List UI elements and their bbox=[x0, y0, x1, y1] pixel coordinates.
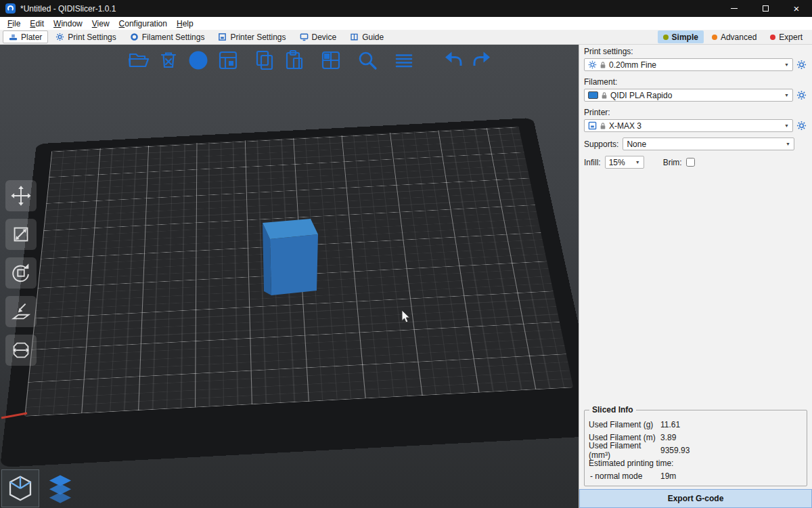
tab-guide[interactable]: Guide bbox=[344, 30, 390, 43]
tab-device[interactable]: Device bbox=[294, 30, 343, 43]
chevron-down-icon: ▼ bbox=[784, 123, 789, 128]
supports-value: None bbox=[627, 140, 646, 149]
menu-edit[interactable]: Edit bbox=[25, 18, 49, 29]
tab-bar: Plater Print Settings Filament Settings … bbox=[0, 30, 812, 45]
tab-plater[interactable]: Plater bbox=[3, 30, 48, 43]
printer-combo[interactable]: X-MAX 3 ▼ bbox=[584, 119, 793, 132]
sliced-info-box: Sliced Info Used Filament (g) 11.61 Used… bbox=[584, 410, 807, 486]
infill-combo[interactable]: 15% ▼ bbox=[605, 156, 644, 169]
plater-icon bbox=[9, 33, 18, 41]
title-bar: *Untitled - QIDISlicer-1.0.1 × bbox=[0, 0, 812, 17]
tab-label: Device bbox=[312, 33, 337, 42]
editor-view-button[interactable] bbox=[1, 469, 39, 507]
arrange-button[interactable] bbox=[215, 47, 241, 73]
scale-icon bbox=[9, 223, 32, 246]
app-logo-icon bbox=[5, 3, 16, 14]
si-label: Used Filament (g) bbox=[589, 420, 660, 429]
copy-button[interactable] bbox=[252, 47, 277, 73]
place-on-face-tool-button[interactable] bbox=[5, 296, 37, 327]
menu-window[interactable]: Window bbox=[49, 18, 87, 29]
rotate-tool-button[interactable] bbox=[5, 257, 37, 289]
tab-print-settings[interactable]: Print Settings bbox=[49, 30, 122, 43]
print-bed bbox=[0, 118, 579, 467]
chevron-down-icon: ▼ bbox=[784, 62, 789, 67]
app-window: *Untitled - QIDISlicer-1.0.1 × File Edit… bbox=[0, 0, 812, 508]
filament-combo[interactable]: QIDI PLA Rapido ▼ bbox=[584, 89, 793, 102]
tab-label: Plater bbox=[21, 33, 42, 42]
export-gcode-button[interactable]: Export G-code bbox=[579, 489, 812, 508]
menu-view[interactable]: View bbox=[87, 18, 114, 29]
delete-all-button[interactable] bbox=[185, 47, 211, 73]
3d-viewport[interactable] bbox=[0, 45, 579, 508]
mode-expert[interactable]: Expert bbox=[765, 30, 808, 43]
mode-label: Expert bbox=[779, 33, 803, 42]
undo-button[interactable] bbox=[440, 47, 466, 73]
print-settings-gear-button[interactable] bbox=[796, 59, 807, 70]
lock-icon bbox=[600, 122, 606, 130]
mode-label: Advanced bbox=[721, 33, 757, 42]
tab-printer-settings[interactable]: Printer Settings bbox=[212, 30, 292, 43]
chevron-down-icon: ▼ bbox=[784, 93, 789, 98]
variable-layer-height-button[interactable] bbox=[391, 47, 417, 73]
delete-all-icon bbox=[186, 48, 210, 72]
search-button[interactable] bbox=[355, 47, 380, 73]
open-file-button[interactable] bbox=[126, 47, 152, 73]
split-objects-button[interactable] bbox=[318, 47, 344, 73]
menu-configuration[interactable]: Configuration bbox=[114, 18, 172, 29]
printer-value: X-MAX 3 bbox=[609, 121, 641, 131]
redo-button[interactable] bbox=[470, 47, 495, 73]
sliced-info-row: - normal mode 19m bbox=[589, 469, 803, 482]
monitor-icon bbox=[300, 33, 309, 41]
delete-button[interactable] bbox=[156, 47, 181, 73]
cut-tool-button[interactable] bbox=[5, 335, 37, 366]
close-icon: × bbox=[794, 3, 800, 14]
supports-combo[interactable]: None ▼ bbox=[623, 137, 794, 150]
gear-icon bbox=[588, 60, 597, 69]
si-label: Used Filament (mm³) bbox=[589, 441, 660, 460]
gizmo-toolbar bbox=[5, 180, 37, 373]
mode-simple[interactable]: Simple bbox=[658, 30, 704, 43]
scale-tool-button[interactable] bbox=[5, 219, 37, 250]
printer-gear-button[interactable] bbox=[796, 120, 807, 131]
mode-advanced[interactable]: Advanced bbox=[706, 30, 762, 43]
gear-icon bbox=[796, 90, 807, 100]
infill-label: Infill: bbox=[584, 158, 601, 167]
open-folder-icon bbox=[127, 48, 151, 72]
infill-value: 15% bbox=[609, 158, 625, 167]
lock-icon bbox=[601, 91, 608, 100]
si-label: Estimated printing time: bbox=[589, 459, 673, 468]
view-toggle-group bbox=[1, 469, 79, 507]
sliced-info-row: Used Filament (mm³) 9359.93 bbox=[589, 444, 803, 457]
preview-view-button[interactable] bbox=[41, 469, 79, 507]
minimize-button[interactable] bbox=[719, 0, 750, 17]
settings-panel: Print settings: 0.20mm Fine ▼ bbox=[579, 45, 812, 508]
brim-label: Brim: bbox=[663, 158, 682, 167]
3d-editor-icon bbox=[5, 473, 36, 504]
si-value: 9359.93 bbox=[660, 446, 690, 455]
print-settings-combo[interactable]: 0.20mm Fine ▼ bbox=[584, 58, 793, 71]
tab-filament-settings[interactable]: Filament Settings bbox=[124, 30, 211, 43]
printer-icon bbox=[218, 33, 227, 41]
simple-mode-dot-icon bbox=[663, 35, 669, 40]
si-label: - normal mode bbox=[589, 471, 660, 481]
expert-mode-dot-icon bbox=[770, 35, 775, 40]
tab-label: Guide bbox=[362, 33, 384, 42]
place-on-face-icon bbox=[9, 300, 32, 323]
brim-checkbox[interactable] bbox=[686, 158, 695, 167]
menu-file[interactable]: File bbox=[3, 18, 25, 29]
paste-button[interactable] bbox=[281, 47, 307, 73]
move-tool-button[interactable] bbox=[5, 180, 37, 211]
bed-grid bbox=[24, 126, 573, 416]
layer-list-icon bbox=[392, 48, 416, 72]
viewport-toolbar bbox=[126, 47, 495, 73]
filament-gear-button[interactable] bbox=[796, 89, 807, 101]
gear-icon bbox=[796, 121, 807, 131]
maximize-button[interactable] bbox=[750, 0, 781, 17]
supports-label: Supports: bbox=[584, 140, 618, 149]
menu-help[interactable]: Help bbox=[172, 18, 198, 29]
guide-book-icon bbox=[350, 33, 359, 41]
cut-icon bbox=[9, 339, 32, 362]
filament-color-swatch bbox=[588, 91, 598, 99]
print-settings-value: 0.20mm Fine bbox=[609, 60, 656, 70]
close-button[interactable]: × bbox=[781, 0, 812, 17]
